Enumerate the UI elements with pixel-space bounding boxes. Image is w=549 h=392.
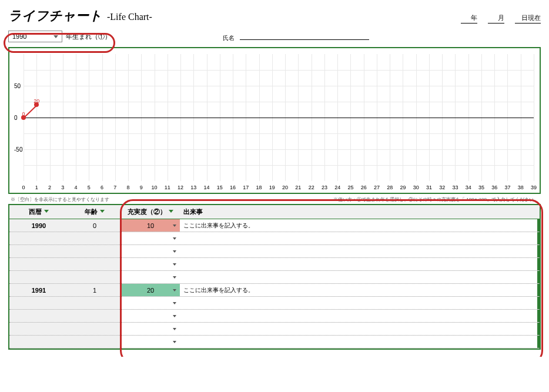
x-tick-label: 10 <box>152 185 158 190</box>
x-tick-label: 39 <box>531 185 537 190</box>
x-tick-label: 17 <box>243 185 249 190</box>
x-tick-label: 28 <box>387 185 393 190</box>
x-tick-label: 27 <box>374 185 380 190</box>
cell-event[interactable]: ここに出来事を記入する。 <box>180 219 540 232</box>
cell-score[interactable] <box>121 310 180 322</box>
chevron-down-icon <box>173 263 176 266</box>
table-row <box>9 271 540 284</box>
x-tick-label: 2 <box>48 185 51 190</box>
x-tick-label: 11 <box>165 185 170 190</box>
cell-event[interactable] <box>180 232 540 244</box>
cell-year <box>9 310 68 322</box>
note-left: ※〔空白〕を非表示にすると見やすくなります <box>11 196 109 203</box>
table-row <box>9 323 540 336</box>
x-tick-label: 16 <box>230 185 236 190</box>
y-tick-label: 0 <box>14 115 18 121</box>
cell-score[interactable] <box>121 245 180 257</box>
x-tick-label: 12 <box>178 185 183 190</box>
cell-score[interactable] <box>121 232 180 244</box>
chevron-down-icon <box>173 328 176 330</box>
chevron-down-icon <box>173 225 176 227</box>
cell-score[interactable] <box>121 297 180 309</box>
date-display: 年 月 日現在 <box>461 14 541 24</box>
page-title-en: -Life Chart- <box>107 12 152 22</box>
note-right: ※使い方：①で生まれ年を選択し、②にその時々の充実度を「-100〜100」で入力… <box>333 196 538 203</box>
cell-event[interactable] <box>180 310 540 322</box>
th-year: 西暦 <box>29 207 42 216</box>
x-tick-label: 26 <box>361 185 367 190</box>
x-tick-label: 20 <box>282 185 288 190</box>
cell-event[interactable] <box>180 258 540 270</box>
table-row: 1991120ここに出来事を記入する。 <box>9 284 540 297</box>
x-tick-label: 34 <box>466 185 471 190</box>
x-tick-label: 1 <box>35 185 38 190</box>
birth-year-suffix: 年生まれ（①） <box>66 32 111 41</box>
filter-icon[interactable] <box>100 210 105 215</box>
cell-age <box>68 245 121 257</box>
table-header-row: 西暦 年齢 充実度（②） 出来事 <box>9 205 540 219</box>
name-field[interactable] <box>240 39 369 40</box>
cell-year <box>9 271 68 283</box>
header: ライフチャート -Life Chart- 年 月 日現在 <box>8 7 541 25</box>
x-tick-label: 25 <box>347 185 353 190</box>
cell-age: 0 <box>68 219 121 232</box>
cell-age <box>68 232 121 244</box>
table-row <box>9 245 540 258</box>
chevron-down-icon <box>173 276 176 279</box>
cell-year: 1990 <box>9 219 68 232</box>
x-tick-label: 31 <box>426 185 432 190</box>
x-tick-label: 4 <box>75 185 78 190</box>
x-tick-label: 36 <box>491 185 497 190</box>
x-tick-label: 9 <box>140 185 143 190</box>
data-label: 20 <box>34 98 39 104</box>
x-tick-label: 8 <box>127 185 130 190</box>
th-age: 年齢 <box>85 207 98 216</box>
page-title-ja: ライフチャート <box>8 7 102 25</box>
cell-year <box>9 245 68 257</box>
chevron-down-icon <box>173 341 176 343</box>
filter-icon[interactable] <box>169 210 173 215</box>
cell-event[interactable] <box>180 323 540 335</box>
chevron-down-icon <box>173 315 176 317</box>
cell-score[interactable] <box>121 323 180 335</box>
filter-icon[interactable] <box>44 210 49 215</box>
cell-score[interactable] <box>121 271 180 283</box>
x-tick-label: 24 <box>334 185 340 190</box>
x-tick-label: 18 <box>256 185 262 190</box>
data-table: 西暦 年齢 充実度（②） 出来事 1990010ここに出来事を記入する。 199… <box>8 204 541 350</box>
th-score: 充実度（②） <box>128 207 166 216</box>
table-row <box>9 258 540 271</box>
th-event: 出来事 <box>183 207 203 216</box>
x-tick-label: 38 <box>518 185 524 190</box>
x-tick-label: 0 <box>22 185 25 190</box>
cell-event[interactable] <box>180 245 540 257</box>
cell-year: 1991 <box>9 284 68 296</box>
cell-event[interactable] <box>180 271 540 283</box>
birth-year-select[interactable]: 1990 <box>8 31 62 42</box>
date-month-unit: 月 <box>488 14 504 24</box>
x-tick-label: 14 <box>204 185 210 190</box>
table-row: 1990010ここに出来事を記入する。 <box>9 219 540 232</box>
life-chart: 0123456789101112131415161718192021222324… <box>8 47 541 194</box>
cell-score[interactable]: 10 <box>121 219 180 232</box>
cell-year <box>9 232 68 244</box>
cell-event[interactable] <box>180 297 540 309</box>
cell-year <box>9 323 68 335</box>
cell-score[interactable] <box>121 336 180 348</box>
cell-event[interactable] <box>180 336 540 348</box>
cell-event[interactable]: ここに出来事を記入する。 <box>180 284 540 296</box>
x-tick-label: 30 <box>413 185 419 190</box>
x-tick-label: 23 <box>322 185 327 190</box>
cell-score[interactable] <box>121 258 180 270</box>
x-tick-label: 22 <box>309 185 314 190</box>
cell-age: 1 <box>68 284 121 296</box>
chevron-down-icon <box>173 250 176 253</box>
y-tick-label: 50 <box>14 83 21 89</box>
chevron-down-icon <box>173 302 176 304</box>
x-tick-label: 35 <box>478 185 484 190</box>
x-tick-label: 33 <box>452 185 458 190</box>
cell-score[interactable]: 20 <box>121 284 180 296</box>
cell-age <box>68 271 121 283</box>
cell-year <box>9 336 68 348</box>
cell-age <box>68 336 121 348</box>
